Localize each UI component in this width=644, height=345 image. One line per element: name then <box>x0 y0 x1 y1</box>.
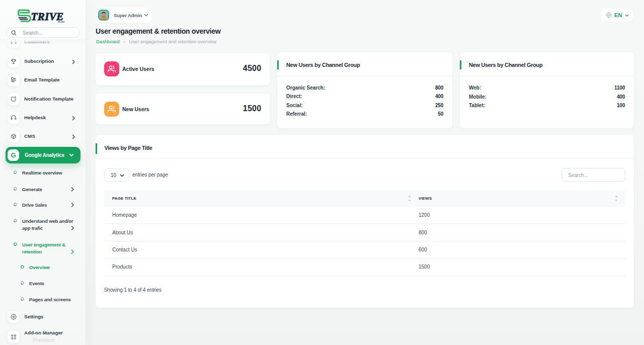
svg-text:MAKE: MAKE <box>57 21 65 23</box>
